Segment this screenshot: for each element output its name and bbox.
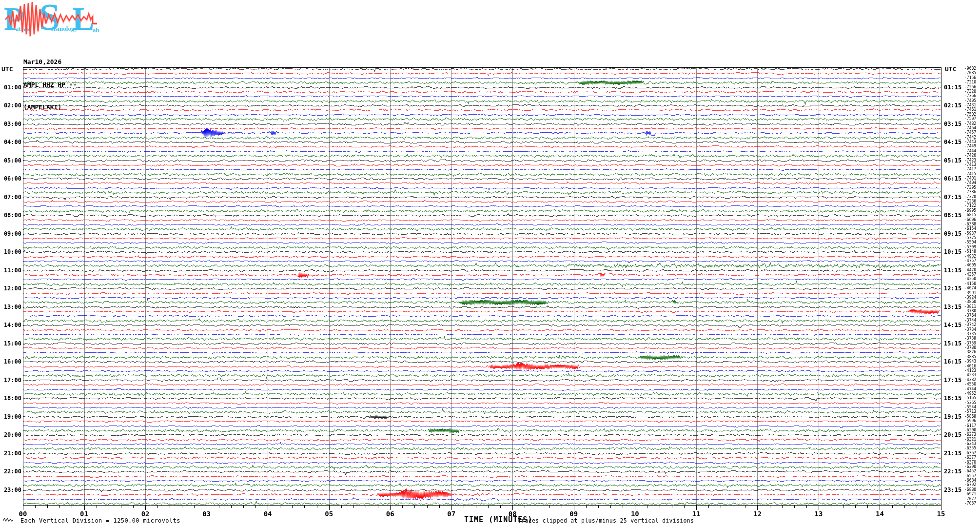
hour-label-left: 17:00 xyxy=(0,377,21,383)
trace-offset-value: -7502 xyxy=(964,113,976,117)
hour-label-right: 01:15 xyxy=(944,84,961,90)
hour-label-right: 04:15 xyxy=(944,139,961,145)
trace-offset-value: -6971 xyxy=(964,492,976,496)
hour-label-left: 07:00 xyxy=(0,194,21,200)
trace-offset-value: -5365 xyxy=(964,401,976,405)
hour-label-right: 23:15 xyxy=(944,487,961,493)
trace-offset-value: -7442 xyxy=(964,136,976,140)
header-channel: AMPL HHZ HP -- xyxy=(23,81,77,89)
psl-logo[interactable]: P S L atras eismology ab xyxy=(3,0,100,38)
hour-label-right: 03:15 xyxy=(944,121,961,127)
trace-offset-value: -3885 xyxy=(964,355,976,359)
trace-offset-value: -3742 xyxy=(964,323,976,327)
trace-offset-value: -3943 xyxy=(964,360,976,364)
trace-offset-value: -7156 xyxy=(964,76,976,80)
trace-offset-value: -4932 xyxy=(964,255,976,259)
trace-offset-value: -3860 xyxy=(964,300,976,304)
minute-tick-label: 01 xyxy=(80,510,88,517)
trace-offset-value: -6154 xyxy=(964,227,976,231)
trace-offset-value: -4250 xyxy=(964,277,976,281)
hour-label-left: 08:00 xyxy=(0,212,21,218)
hour-label-left: 23:00 xyxy=(0,487,21,493)
trace-offset-value: -6377 xyxy=(964,456,976,460)
minute-tick-label: 09 xyxy=(569,510,578,517)
trace-offset-value: -7122 xyxy=(964,204,976,208)
hour-label-right: 13:15 xyxy=(944,304,961,310)
trace-offset-value: -7366 xyxy=(964,94,976,98)
trace-offset-value: -5148 xyxy=(964,250,976,254)
trace-offset-value: -6273 xyxy=(964,433,976,437)
trace-offset-value: -5309 xyxy=(964,245,976,249)
minute-tick-label: 03 xyxy=(202,510,211,517)
trace-offset-value: -7067 xyxy=(964,502,976,506)
trace-offset-value: -7320 xyxy=(964,195,976,199)
trace-offset-value: -6684 xyxy=(964,479,976,483)
hour-label-right: 05:15 xyxy=(944,158,961,163)
trace-offset-value: -6815 xyxy=(964,213,976,217)
trace-offset-value: -7395 xyxy=(964,186,976,190)
trace-offset-value: -7404 xyxy=(964,181,976,185)
trace-offset-value: -6388 xyxy=(964,223,976,226)
hour-label-right: 20:15 xyxy=(944,432,961,438)
hour-label-right: 02:15 xyxy=(944,102,961,108)
trace-offset-value: -7449 xyxy=(964,144,976,148)
utc-label-right: UTC xyxy=(945,65,956,73)
trace-offset-value: -7423 xyxy=(964,159,976,162)
hour-label-left: 03:00 xyxy=(0,121,21,127)
hour-label-left: 14:00 xyxy=(0,322,21,328)
trace-offset-value: -6606 xyxy=(964,218,976,222)
trace-offset-value: -6367 xyxy=(964,451,976,455)
minute-tick-label: 14 xyxy=(876,510,884,517)
trace-offset-value: -4016 xyxy=(964,365,976,368)
vertical-division-scale-note: Each Vertical Division = 1250.00 microvo… xyxy=(20,517,180,524)
trace-offset-value: -6452 xyxy=(964,469,976,473)
trace-offset-value: -4074 xyxy=(964,286,976,290)
trace-offset-value: -7413 xyxy=(964,163,976,167)
trace-offset-value: -5165 xyxy=(964,396,976,400)
minute-tick-label: 06 xyxy=(386,510,394,517)
hour-label-right: 08:15 xyxy=(944,212,961,218)
hour-label-right: 12:15 xyxy=(944,285,961,291)
hour-label-left: 21:00 xyxy=(0,450,21,456)
hour-label-right: 06:15 xyxy=(944,176,961,182)
hour-label-left: 20:00 xyxy=(0,432,21,438)
trace-offset-value: -3924 xyxy=(964,296,976,300)
hour-label-left: 13:00 xyxy=(0,304,21,310)
trace-offset-value: -7482 xyxy=(964,122,976,126)
trace-offset-value: -7386 xyxy=(964,190,976,194)
minute-tick-label: 11 xyxy=(692,510,700,517)
trace-offset-value: -5725 xyxy=(964,236,976,240)
hour-label-right: 09:15 xyxy=(944,231,961,237)
hour-label-right: 21:15 xyxy=(944,450,961,456)
hour-label-left: 10:00 xyxy=(0,249,21,255)
minute-tick-label: 02 xyxy=(141,510,150,517)
trace-offset-value: -3734 xyxy=(964,328,976,332)
hour-label-left: 16:00 xyxy=(0,359,21,365)
trace-offset-value: -5713 xyxy=(964,410,976,414)
trace-offset-value: -6390 xyxy=(964,465,976,469)
trace-offset-value: -7210 xyxy=(964,81,976,84)
trace-offset-value: -3735 xyxy=(964,332,976,336)
hour-label-left: 11:00 xyxy=(0,267,21,273)
hour-label-left: 06:00 xyxy=(0,176,21,182)
trace-offset-value: -6995 xyxy=(964,209,976,213)
hour-label-left: 02:00 xyxy=(0,102,21,108)
trace-offset-value: -3991 xyxy=(964,291,976,295)
trace-offset-value: -6355 xyxy=(964,446,976,450)
trace-offset-value: -6370 xyxy=(964,461,976,465)
trace-offset-value: -7507 xyxy=(964,117,976,121)
minute-tick-label: 10 xyxy=(631,510,639,517)
helicorder-plot-canvas xyxy=(0,0,980,527)
trace-offset-value: -5504 xyxy=(964,241,976,244)
trace-offset-value: -6343 xyxy=(964,442,976,446)
minute-tick-label: 07 xyxy=(447,510,455,517)
trace-offset-value: -4757 xyxy=(964,259,976,263)
trace-offset-value: -4382 xyxy=(964,378,976,382)
hour-label-right: 19:15 xyxy=(944,414,961,420)
trace-offset-value: -7464 xyxy=(964,126,976,130)
trace-offset-value: -4150 xyxy=(964,282,976,286)
trace-offset-value: -7417 xyxy=(964,167,976,171)
trace-offset-value: -4470 xyxy=(964,268,976,272)
trace-offset-value: -7431 xyxy=(964,103,976,107)
trace-offset-value: -3811 xyxy=(964,305,976,309)
